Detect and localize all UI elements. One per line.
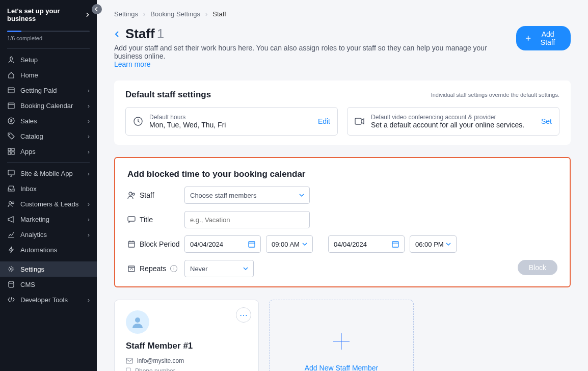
sidebar-progress	[7, 31, 90, 32]
staff-select[interactable]: Choose staff members	[184, 187, 310, 204]
more-options-button[interactable]: ⋯	[236, 307, 251, 323]
staff-email-value: info@mysite.com	[137, 357, 184, 364]
plus-icon	[329, 329, 354, 354]
chevron-down-icon	[243, 267, 248, 271]
sidebar-item-label: Automations	[20, 246, 90, 254]
sidebar-item-analytics[interactable]: Analytics›	[0, 227, 97, 242]
end-date-input[interactable]: 04/04/2024	[328, 235, 405, 253]
sidebar-setup-header[interactable]: Let's set up your business	[0, 0, 97, 26]
end-time-select[interactable]: 06:00 PM	[410, 235, 457, 253]
sidebar-item-cms[interactable]: CMS	[0, 277, 97, 292]
staff-email-row[interactable]: info@mysite.com	[126, 357, 247, 364]
chevron-right-icon: ›	[143, 10, 145, 18]
sidebar-item-site-mobile-app[interactable]: Site & Mobile App›	[0, 166, 97, 181]
svg-rect-20	[392, 242, 398, 247]
monitor-icon	[7, 169, 15, 177]
sidebar-item-label: Site & Mobile App	[20, 170, 88, 177]
block-period-label: Block Period	[140, 240, 180, 248]
sidebar: Let's set up your business 1/6 completed…	[0, 0, 97, 371]
gear-icon	[7, 265, 15, 273]
add-staff-card[interactable]: Add New Staff Member	[269, 300, 414, 371]
calendar-icon	[127, 240, 136, 248]
default-video-box: Default video conferencing account & pro…	[347, 107, 559, 136]
default-video-label: Default video conferencing account & pro…	[371, 114, 535, 121]
svg-point-16	[132, 193, 135, 195]
sidebar-item-marketing[interactable]: Marketing›	[0, 211, 97, 227]
staff-member-card: ⋯ Staff Member #1 info@mysite.com Phone …	[114, 300, 259, 371]
learn-more-link[interactable]: Learn more	[114, 60, 151, 68]
chevron-right-icon: ›	[88, 117, 90, 125]
sidebar-item-sales[interactable]: Sales›	[0, 113, 97, 128]
card-icon	[7, 86, 15, 94]
edit-hours-button[interactable]: Edit	[318, 117, 330, 125]
add-staff-button[interactable]: Add Staff	[516, 26, 571, 50]
chevron-right-icon: ›	[88, 170, 90, 177]
repeats-select[interactable]: Never	[184, 260, 254, 277]
sidebar-item-getting-paid[interactable]: Getting Paid›	[0, 83, 97, 98]
blocked-time-title: Add blocked time to your booking calenda…	[127, 169, 557, 179]
chevron-down-icon	[302, 242, 307, 246]
info-icon[interactable]: i	[170, 265, 177, 272]
main-content: Settings › Booking Settings › Staff Staf…	[97, 0, 588, 371]
sidebar-item-home[interactable]: Home	[0, 67, 97, 83]
sidebar-collapse-button[interactable]	[92, 4, 102, 14]
calendar-icon	[7, 101, 15, 110]
sidebar-item-label: CMS	[20, 281, 90, 288]
sidebar-item-label: Marketing	[20, 216, 88, 223]
sidebar-item-label: Home	[20, 71, 90, 79]
sidebar-item-customers-leads[interactable]: Customers & Leads›	[0, 196, 97, 211]
svg-rect-8	[8, 170, 14, 175]
breadcrumb-settings[interactable]: Settings	[114, 10, 138, 18]
repeats-field-label: Repeats	[140, 264, 166, 273]
chevron-down-icon	[299, 193, 304, 197]
add-staff-card-label: Add New Staff Member	[305, 364, 378, 371]
tag-icon	[7, 132, 15, 140]
avatar	[126, 310, 149, 334]
breadcrumb-staff[interactable]: Staff	[212, 10, 226, 18]
start-time-select[interactable]: 09:00 AM	[266, 235, 313, 253]
sidebar-item-label: Customers & Leads	[20, 200, 88, 208]
end-time-value: 06:00 PM	[415, 241, 444, 248]
default-hours-label: Default hours	[149, 114, 312, 121]
sidebar-item-settings[interactable]: Settings	[0, 261, 97, 277]
svg-rect-0	[8, 88, 14, 93]
set-video-button[interactable]: Set	[541, 117, 552, 125]
megaphone-icon	[7, 215, 15, 223]
svg-point-9	[9, 202, 12, 204]
sidebar-item-developer-tools[interactable]: Developer Tools›	[0, 292, 97, 307]
sidebar-item-inbox[interactable]: Inbox	[0, 181, 97, 196]
bolt-icon	[7, 246, 15, 254]
back-button[interactable]	[114, 31, 120, 38]
default-settings-title: Default staff settings	[125, 90, 211, 100]
page-title: Staff	[125, 26, 155, 41]
chevron-right-icon: ›	[88, 102, 90, 110]
sidebar-item-catalog[interactable]: Catalog›	[0, 128, 97, 144]
svg-point-10	[12, 202, 14, 204]
email-icon	[126, 358, 133, 364]
svg-rect-1	[8, 103, 14, 109]
sidebar-item-label: Sales	[20, 117, 88, 125]
sidebar-item-label: Apps	[20, 148, 88, 155]
staff-field-label: Staff	[140, 191, 154, 199]
title-field-label: Title	[140, 216, 153, 224]
start-date-input[interactable]: 04/04/2024	[184, 235, 261, 253]
calendar-icon	[392, 241, 399, 248]
sidebar-item-label: Inbox	[20, 185, 90, 193]
svg-rect-17	[128, 217, 135, 221]
sidebar-item-label: Booking Calendar	[20, 102, 88, 110]
chevron-right-icon: ›	[88, 216, 90, 223]
sidebar-item-label: Catalog	[20, 132, 88, 140]
default-hours-box: Default hours Mon, Tue, Wed, Thu, Fri Ed…	[125, 107, 338, 136]
staff-phone-row[interactable]: Phone number	[126, 367, 247, 371]
chevron-right-icon: ›	[88, 200, 90, 208]
sidebar-item-apps[interactable]: Apps›	[0, 144, 97, 159]
sidebar-item-booking-calendar[interactable]: Booking Calendar›	[0, 98, 97, 113]
svg-rect-14	[355, 118, 361, 124]
sidebar-header-label: Let's set up your business	[7, 7, 86, 22]
svg-rect-24	[126, 368, 130, 371]
sidebar-item-automations[interactable]: Automations	[0, 242, 97, 257]
title-input[interactable]	[184, 211, 310, 228]
sidebar-item-setup[interactable]: Setup	[0, 52, 97, 67]
svg-rect-7	[12, 152, 14, 154]
breadcrumb-booking-settings[interactable]: Booking Settings	[150, 10, 200, 18]
